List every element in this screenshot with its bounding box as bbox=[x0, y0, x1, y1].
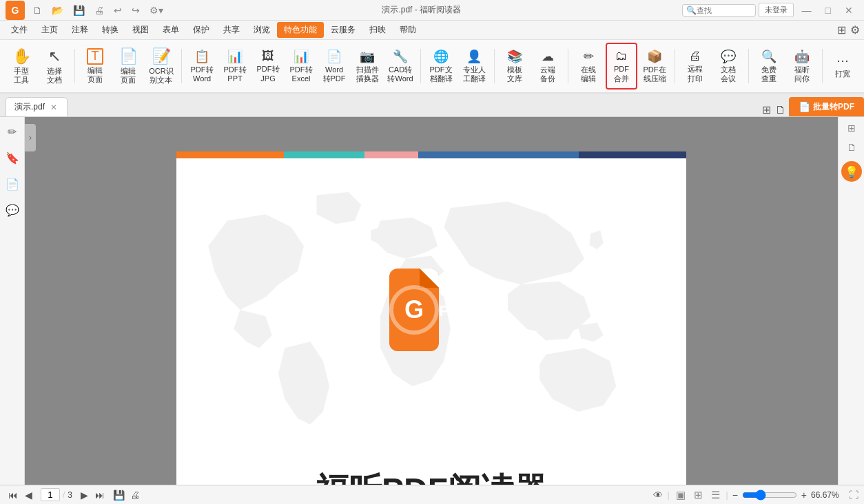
smart-bulb-btn[interactable]: 💡 bbox=[841, 161, 862, 182]
scroll-view-btn[interactable]: ☰ bbox=[709, 487, 722, 503]
sidebar-comment-icon[interactable]: 💬 bbox=[2, 200, 23, 220]
sidebar-collapse-arrow[interactable]: › bbox=[25, 124, 36, 151]
select-tool-btn[interactable]: ↖ 选择文档 bbox=[39, 43, 70, 90]
menu-features[interactable]: 特色功能 bbox=[277, 22, 324, 38]
doc-meeting-btn[interactable]: 💬 文档会议 bbox=[712, 43, 744, 90]
last-page-btn[interactable]: ⏭ bbox=[92, 488, 107, 502]
sidebar-pen-icon[interactable]: ✏ bbox=[2, 121, 23, 142]
doc-meeting-icon: 💬 bbox=[721, 49, 736, 64]
menu-btn[interactable]: ⚙▾ bbox=[146, 3, 167, 17]
next-page-btn[interactable]: ▶ bbox=[78, 488, 91, 502]
menu-convert[interactable]: 转换 bbox=[95, 22, 125, 38]
pdf-logo-icon: G PDF bbox=[390, 265, 473, 355]
pdf-to-jpg-btn[interactable]: 🖼 PDF转JPG bbox=[252, 43, 284, 90]
zoom-view-icon[interactable]: 👁 bbox=[653, 490, 663, 501]
word-to-pdf-btn[interactable]: 📄 Word转PDF bbox=[318, 43, 350, 90]
fullscreen-btn[interactable]: ⛶ bbox=[849, 490, 858, 501]
pdf-to-ppt-btn[interactable]: 📊 PDF转PPT bbox=[219, 43, 251, 90]
cad-to-word-icon: 🔧 bbox=[393, 49, 408, 64]
print-btn[interactable]: 🖨 bbox=[91, 3, 107, 17]
word-to-pdf-icon: 📄 bbox=[327, 49, 342, 64]
new-btn[interactable]: 🗋 bbox=[29, 3, 45, 17]
menu-file[interactable]: 文件 bbox=[4, 22, 34, 38]
layout-toggle-icon[interactable]: ⊞ bbox=[837, 23, 846, 36]
menu-share[interactable]: 共享 bbox=[216, 22, 247, 38]
tab-close-btn[interactable]: ✕ bbox=[50, 103, 57, 112]
menu-form[interactable]: 表单 bbox=[156, 22, 186, 38]
header-seg-teal bbox=[284, 151, 364, 158]
thumbnail-icon[interactable]: 🗋 bbox=[775, 104, 786, 116]
prev-page-btn[interactable]: ◀ bbox=[22, 488, 35, 502]
pdf-merge-btn[interactable]: 🗂 PDF合并 bbox=[606, 43, 637, 90]
zoom-sep2: | bbox=[726, 490, 728, 500]
undo-btn[interactable]: ↩ bbox=[110, 3, 125, 17]
menu-view[interactable]: 视图 bbox=[125, 22, 156, 38]
settings-icon[interactable]: ⚙ bbox=[850, 23, 860, 36]
batch-convert-btn[interactable]: 📄 批量转PDF bbox=[789, 97, 864, 116]
pdf-to-word-label: PDF转Word bbox=[191, 65, 214, 83]
pdf-logo-g-text: G bbox=[404, 295, 424, 324]
pdf-translate-btn[interactable]: 🌐 PDF文档翻译 bbox=[425, 43, 457, 90]
menu-scan[interactable]: 扫映 bbox=[362, 22, 393, 38]
first-page-btn[interactable]: ⏮ bbox=[6, 488, 21, 502]
tabbar: 演示.pdf ✕ ⊞ 🗋 📄 批量转PDF bbox=[0, 94, 864, 117]
pdf-merge-icon: 🗂 bbox=[615, 49, 628, 63]
zoom-value-label: 66.67% bbox=[811, 490, 842, 500]
grid-layout-icon[interactable]: ⊞ bbox=[845, 120, 858, 136]
batch-icon: 📄 bbox=[799, 101, 810, 112]
ai-translate-btn[interactable]: 👤 专业人工翻译 bbox=[458, 43, 490, 90]
print-page-icon[interactable]: 🖨 bbox=[130, 490, 140, 501]
scan-plugin-btn[interactable]: 📷 扫描件插换器 bbox=[351, 43, 383, 90]
pdf-to-word-btn[interactable]: 📋 PDF转Word bbox=[186, 43, 218, 90]
edit-page-btn[interactable]: 📄 编辑页面 bbox=[112, 43, 144, 90]
search-box[interactable]: 🔍 bbox=[682, 4, 756, 17]
separator-3 bbox=[420, 49, 421, 83]
page-separator: / bbox=[63, 490, 65, 500]
menu-browse[interactable]: 浏览 bbox=[247, 22, 277, 38]
search-input[interactable] bbox=[697, 6, 752, 14]
zoom-out-btn[interactable]: − bbox=[732, 490, 738, 501]
pdf-tab[interactable]: 演示.pdf ✕ bbox=[6, 97, 68, 116]
free-review-btn[interactable]: 🔍 免费查重 bbox=[753, 43, 785, 90]
separator-5 bbox=[568, 49, 568, 83]
page-nav-arrows: ⏮ ◀ bbox=[6, 488, 35, 502]
remote-print-btn[interactable]: 🖨 远程打印 bbox=[679, 43, 711, 90]
page-number-input[interactable] bbox=[41, 488, 60, 501]
separator-2 bbox=[181, 49, 182, 83]
user-login-btn[interactable]: 未登录 bbox=[759, 3, 794, 17]
pdf-compress-icon: 📦 bbox=[647, 49, 662, 64]
pdf-to-excel-btn[interactable]: 📊 PDF转Excel bbox=[285, 43, 317, 90]
cloud-backup-btn[interactable]: ☁ 云端备份 bbox=[532, 43, 564, 90]
sidebar-page-thumb-icon[interactable]: 🗋 bbox=[844, 139, 859, 156]
close-btn[interactable]: ✕ bbox=[839, 3, 858, 17]
menu-comment[interactable]: 注释 bbox=[65, 22, 95, 38]
more-btn[interactable]: ⋯ 打宽 bbox=[827, 43, 858, 90]
double-page-view-btn[interactable]: ⊞ bbox=[692, 487, 705, 503]
menu-protect[interactable]: 保护 bbox=[186, 22, 216, 38]
zoom-slider[interactable] bbox=[742, 490, 797, 501]
pdf-compress-btn[interactable]: 📦 PDF在线压缩 bbox=[639, 43, 670, 90]
redo-btn[interactable]: ↪ bbox=[128, 3, 143, 17]
sidebar-bookmark-icon[interactable]: 🔖 bbox=[2, 147, 23, 168]
open-btn[interactable]: 📂 bbox=[48, 3, 67, 17]
maximize-btn[interactable]: □ bbox=[820, 3, 836, 17]
menu-home[interactable]: 主页 bbox=[34, 22, 65, 38]
template-lib-btn[interactable]: 📚 模板文库 bbox=[499, 43, 531, 90]
grid-view-icon[interactable]: ⊞ bbox=[762, 103, 771, 116]
ocr-btn[interactable]: 📝 OCR识别文本 bbox=[145, 43, 177, 90]
menu-help[interactable]: 帮助 bbox=[393, 22, 423, 38]
ask-me-btn[interactable]: 🤖 福昕问你 bbox=[786, 43, 818, 90]
minimize-btn[interactable]: — bbox=[796, 3, 817, 17]
single-page-view-btn[interactable]: ▣ bbox=[674, 487, 688, 503]
save-btn[interactable]: 💾 bbox=[70, 3, 88, 17]
menu-cloud[interactable]: 云服务 bbox=[324, 22, 362, 38]
online-edit-btn[interactable]: ✏ 在线编辑 bbox=[573, 43, 604, 90]
save-page-icon[interactable]: 💾 bbox=[113, 490, 125, 501]
ask-me-label: 福昕问你 bbox=[794, 65, 810, 83]
hand-tool-btn[interactable]: ✋ 手型工具 bbox=[6, 43, 37, 90]
edit-text-btn[interactable]: T 编辑页面 bbox=[79, 43, 111, 90]
select-icon: ↖ bbox=[48, 48, 61, 65]
sidebar-page-icon[interactable]: 📄 bbox=[2, 174, 23, 194]
zoom-in-btn[interactable]: + bbox=[801, 490, 807, 501]
cad-to-word-btn[interactable]: 🔧 CAD转转Word bbox=[384, 43, 416, 90]
